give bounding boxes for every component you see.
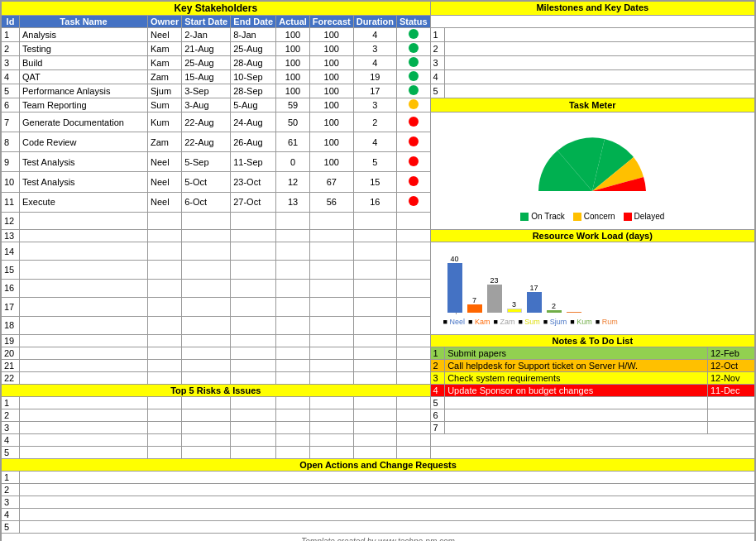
open-actions-header: Open Actions and Change Requests (2, 459, 755, 472)
table-row: 19 Notes & To Do List (2, 335, 755, 347)
status-indicator (409, 71, 419, 81)
col-end: End Date (231, 16, 276, 28)
main-table: Key Stakeholders Milestones and Key Date… (1, 1, 755, 541)
table-row: 3 Build Kam 25-Aug 28-Aug 100 100 4 3 (2, 56, 755, 70)
col-id: Id (2, 16, 20, 28)
col-start: Start Date (182, 16, 231, 28)
bar-neel: 40 (447, 255, 462, 313)
status-indicator (409, 136, 419, 146)
bar-rect-kam (467, 304, 482, 313)
col-duration: Duration (353, 16, 396, 28)
bar-chart-cell: 40 7 23 (430, 242, 754, 335)
bar-rect-neel (447, 263, 462, 313)
bar-zam: 23 (487, 276, 502, 313)
footer-text: Template created by www.techno-pm.com (2, 534, 755, 542)
bar-rect-kum (547, 310, 562, 313)
table-row: 21 2 Call helpdesk for Support ticket on… (2, 360, 755, 372)
status-indicator (409, 176, 419, 186)
title: Key Stakeholders (2, 2, 431, 16)
table-row: 1 (2, 472, 755, 484)
milestone-header: Milestones and Key Dates (430, 2, 754, 16)
legend-delayed: Delayed (624, 212, 665, 221)
pie-chart-cell: On Track Concern Delayed (430, 113, 754, 230)
status-indicator (409, 85, 419, 95)
col-actual: Actual (276, 16, 310, 28)
bar-kam: 7 (467, 296, 482, 313)
table-row: 2 (2, 484, 755, 496)
bar-rum (567, 312, 581, 313)
table-row: 1 Analysis Neel 2-Jan 8-Jan 100 100 4 1 (2, 28, 755, 42)
legend-concern: Concern (573, 212, 615, 221)
bar-kum: 2 (547, 302, 562, 313)
footer-row: Template created by www.techno-pm.com (2, 534, 755, 542)
delayed-dot (624, 213, 632, 221)
bar-sum: 3 (507, 300, 522, 313)
concern-dot (573, 213, 581, 221)
chart-legend: On Track Concern Delayed (439, 212, 746, 221)
legend-on-track: On Track (520, 212, 565, 221)
status-indicator (409, 117, 419, 127)
on-track-dot (520, 213, 529, 221)
bar-sjum: 17 (527, 284, 542, 313)
risks-header-row: Top 5 Risks & Issues 4 Update Sponsor on… (2, 385, 755, 397)
status-indicator (409, 196, 419, 206)
bar-chart: 40 7 23 (443, 251, 742, 313)
table-row: 7 Generate Documentation Kum 22-Aug 24-A… (2, 113, 755, 132)
status-indicator (409, 43, 419, 53)
notes-header: Notes & To Do List (430, 335, 754, 347)
table-row: 13 Resource Work Load (days) (2, 230, 755, 242)
task-meter-header: Task Meter (430, 98, 754, 113)
table-row: 4 (2, 434, 755, 447)
col-forecast: Forecast (309, 16, 353, 28)
table-row: 4 (2, 509, 755, 521)
col-task: Task Name (20, 16, 148, 28)
bar-rect-rum (567, 312, 581, 313)
table-row: 2 Testing Kam 21-Aug 25-Aug 100 100 3 2 (2, 42, 755, 56)
col-owner: Owner (148, 16, 182, 28)
pie-chart-container: On Track Concern Delayed (435, 117, 750, 225)
table-row: 3 7 (2, 422, 755, 434)
main-container: Key Stakeholders Milestones and Key Date… (0, 0, 756, 541)
col-status: Status (396, 16, 430, 28)
table-row: 3 (2, 496, 755, 509)
table-row: 5 (2, 521, 755, 534)
bar-rect-zam (487, 285, 502, 313)
status-indicator (409, 99, 419, 109)
resource-header: Resource Work Load (days) (430, 230, 754, 242)
table-row: 1 5 (2, 397, 755, 409)
open-actions-header-row: Open Actions and Change Requests (2, 459, 755, 472)
bar-rect-sjum (527, 292, 542, 313)
concern-label: Concern (584, 212, 615, 221)
pie-chart-svg (530, 125, 654, 208)
status-indicator (409, 156, 419, 166)
status-indicator (409, 57, 419, 67)
on-track-label: On Track (531, 212, 565, 221)
table-row: 5 (2, 447, 755, 459)
table-row: 5 Performance Anlaysis Sjum 3-Sep 28-Sep… (2, 84, 755, 98)
delayed-label: Delayed (634, 212, 665, 221)
table-row: 6 Team Reporting Sum 3-Aug 5-Aug 59 100 … (2, 98, 755, 113)
table-row: 22 3 Check system requirements 12-Nov (2, 372, 755, 385)
table-row: 14 40 7 (2, 242, 755, 261)
table-row: 4 QAT Zam 15-Aug 10-Sep 100 100 19 4 (2, 70, 755, 84)
risks-header: Top 5 Risks & Issues (2, 385, 431, 397)
status-indicator (409, 29, 419, 39)
table-row: 20 1 Submit papers 12-Feb (2, 347, 755, 360)
bar-legend: ■ Neel ■ Kam ■ Zam ■ Sum ■ Sjum ■ Kum ■ … (443, 318, 742, 326)
bar-rect-sum (507, 309, 522, 313)
milestone-sub-header (430, 16, 754, 28)
bar-chart-container: 40 7 23 (439, 247, 746, 330)
table-row: 2 6 (2, 409, 755, 422)
